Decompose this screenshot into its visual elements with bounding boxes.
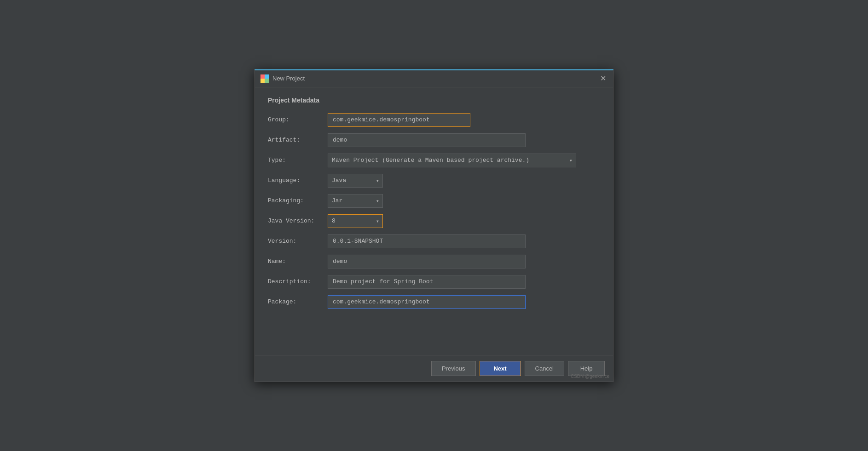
type-select-wrapper: Maven Project (Generate a Maven based pr… [328,154,576,167]
language-select-wrapper: Java Kotlin Groovy [328,174,383,188]
group-input[interactable] [328,113,470,127]
app-icon [260,74,269,83]
package-label: Package: [268,298,328,305]
package-input[interactable] [328,295,526,309]
svg-rect-3 [265,79,269,83]
packaging-select[interactable]: Jar War [328,194,383,208]
name-label: Name: [268,258,328,265]
close-button[interactable]: ✕ [598,74,608,83]
package-row: Package: [268,295,600,309]
previous-button[interactable]: Previous [431,361,476,376]
java-version-label: Java Version: [268,217,328,224]
type-row: Type: Maven Project (Generate a Maven ba… [268,154,600,167]
svg-rect-0 [260,74,265,79]
description-row: Description: [268,275,600,289]
description-input[interactable] [328,275,526,289]
cancel-button[interactable]: Cancel [525,361,564,376]
new-project-dialog: New Project ✕ Project Metadata Group: Ar… [255,69,613,382]
name-input[interactable] [328,255,526,268]
artifact-row: Artifact: [268,133,600,147]
next-button[interactable]: Next [480,361,521,376]
type-select[interactable]: Maven Project (Generate a Maven based pr… [328,154,576,167]
language-select[interactable]: Java Kotlin Groovy [328,174,383,188]
packaging-row: Packaging: Jar War [268,194,600,208]
dialog-content: Project Metadata Group: Artifact: Type: … [255,87,613,355]
svg-rect-2 [260,79,265,83]
svg-rect-1 [265,74,269,79]
name-row: Name: [268,255,600,268]
packaging-label: Packaging: [268,197,328,204]
java-version-select-wrapper: 8 11 17 21 [328,214,383,228]
watermark: CSDN @geekmice [571,374,609,379]
type-label: Type: [268,157,328,164]
version-input[interactable] [328,234,526,248]
language-label: Language: [268,177,328,184]
dialog-footer: Previous Next Cancel Help [255,355,613,382]
packaging-select-wrapper: Jar War [328,194,383,208]
language-row: Language: Java Kotlin Groovy [268,174,600,188]
group-label: Group: [268,116,328,123]
version-row: Version: [268,234,600,248]
group-row: Group: [268,113,600,127]
version-label: Version: [268,238,328,245]
java-version-row: Java Version: 8 11 17 21 [268,214,600,228]
dialog-title: New Project [272,75,595,82]
title-bar: New Project ✕ [255,70,613,87]
section-title: Project Metadata [268,97,600,104]
java-version-select[interactable]: 8 11 17 21 [328,214,383,228]
artifact-label: Artifact: [268,137,328,143]
description-label: Description: [268,278,328,285]
artifact-input[interactable] [328,133,526,147]
